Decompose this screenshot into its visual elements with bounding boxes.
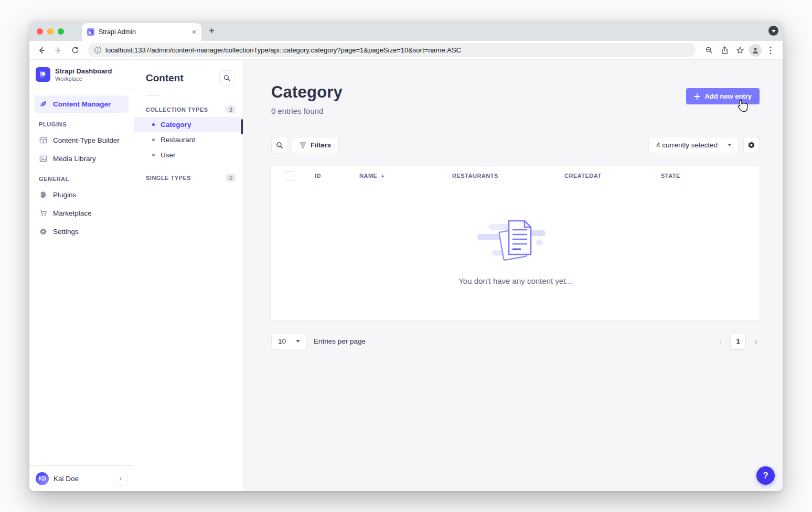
- user-avatar[interactable]: KD: [36, 472, 49, 485]
- workspace-header[interactable]: Strapi Dashboard Workplace: [29, 60, 134, 89]
- empty-state-text: You don't have any content yet...: [458, 276, 572, 285]
- strapi-favicon: [87, 28, 94, 36]
- sidebar-item-label: Marketplace: [53, 209, 92, 217]
- collapse-sidebar-button[interactable]: ‹: [114, 472, 127, 485]
- subnav-divider: [146, 95, 158, 95]
- user-name: Kai Doe: [54, 475, 109, 483]
- browser-toolbar: i localhost:1337/admin/content-manager/c…: [29, 41, 783, 60]
- reload-button[interactable]: [68, 44, 82, 57]
- sidebar-item-content-type-builder[interactable]: Content-Type Builder: [35, 132, 129, 149]
- single-types-header: SINGLE TYPES 0: [134, 171, 243, 185]
- recording-indicator-icon[interactable]: [768, 26, 778, 36]
- bookmark-star-icon[interactable]: [733, 44, 747, 57]
- strapi-app: Strapi Dashboard Workplace Content Manag…: [29, 60, 783, 491]
- select-all-checkbox[interactable]: [285, 171, 294, 180]
- add-new-entry-button[interactable]: Add new entry: [686, 88, 760, 104]
- close-window-button[interactable]: [37, 28, 43, 35]
- cart-icon: [39, 209, 48, 218]
- minimize-window-button[interactable]: [47, 28, 54, 35]
- entries-per-page-label: Entries per page: [314, 337, 366, 345]
- subnav-item-label: Restaurant: [161, 136, 195, 144]
- sidebar-item-settings[interactable]: Settings: [35, 223, 129, 240]
- column-header-createdat[interactable]: CREATEDAT: [564, 173, 661, 179]
- subnav-title: Content: [146, 72, 184, 84]
- subnav-item-label: Category: [161, 121, 191, 129]
- browser-profile-avatar[interactable]: [749, 44, 762, 57]
- toolbar-right-icons: [702, 44, 777, 57]
- window-controls: [29, 28, 70, 41]
- main-sidebar: Strapi Dashboard Workplace Content Manag…: [29, 60, 134, 491]
- table-settings-button[interactable]: [743, 137, 760, 153]
- browser-window: Strapi Admin × + i localhost:1337/admin/…: [29, 21, 783, 491]
- subnav-item-restaurant[interactable]: Restaurant: [134, 132, 243, 147]
- gear-icon: [39, 227, 48, 236]
- single-types-count-badge: 0: [226, 174, 236, 182]
- collection-types-title: COLLECTION TYPES: [146, 106, 208, 113]
- sidebar-item-label: Media Library: [53, 155, 96, 163]
- page-title: Category: [271, 83, 343, 102]
- chevron-down-icon: [296, 340, 300, 343]
- forward-button[interactable]: [51, 44, 65, 57]
- address-bar[interactable]: i localhost:1337/admin/content-manager/c…: [88, 43, 696, 57]
- subnav-item-category[interactable]: Category: [134, 117, 243, 132]
- subnav-item-label: User: [161, 151, 176, 159]
- share-icon[interactable]: [718, 44, 731, 57]
- column-header-state[interactable]: STATE: [661, 173, 760, 179]
- collection-types-count-badge: 3: [226, 106, 236, 113]
- next-page-button[interactable]: ›: [752, 337, 760, 346]
- image-icon: [39, 154, 48, 163]
- sidebar-item-content-manager[interactable]: Content Manager: [35, 95, 129, 113]
- sidebar-item-plugins[interactable]: Plugins: [35, 186, 129, 204]
- single-types-title: SINGLE TYPES: [146, 175, 191, 181]
- sidebar-item-label: Content Manager: [53, 100, 111, 108]
- tab-close-icon[interactable]: ×: [192, 28, 196, 36]
- back-button[interactable]: [35, 44, 48, 57]
- filters-button[interactable]: Filters: [292, 137, 339, 153]
- column-header-id[interactable]: ID: [315, 173, 359, 179]
- entries-table: ID NAME ▲ RESTAURANTS CREATEDAT STATE: [271, 166, 760, 321]
- filter-icon: [300, 142, 306, 148]
- empty-documents-icon: [476, 217, 555, 263]
- pagination-bar: 10 Entries per page ‹ 1 ›: [271, 333, 760, 349]
- entries-count: 0 entries found: [271, 106, 343, 115]
- subnav-scrollbar-thumb[interactable]: [241, 119, 243, 134]
- subnav-item-user[interactable]: User: [134, 147, 243, 163]
- page-size-select[interactable]: 10: [271, 333, 307, 349]
- sidebar-item-media-library[interactable]: Media Library: [35, 150, 129, 167]
- strapi-logo: [36, 67, 50, 82]
- page-number-button[interactable]: 1: [731, 334, 745, 349]
- fields-selected-dropdown[interactable]: 4 currently selected: [648, 137, 739, 153]
- sort-asc-icon: ▲: [380, 174, 384, 178]
- tab-title: Strapi Admin: [99, 28, 188, 36]
- layout-grid-icon: [39, 136, 48, 145]
- sidebar-item-marketplace[interactable]: Marketplace: [35, 205, 129, 222]
- site-info-icon[interactable]: i: [94, 47, 101, 54]
- app-name: Strapi Dashboard: [55, 67, 112, 76]
- new-tab-button[interactable]: +: [201, 25, 222, 41]
- browser-tabstrip: Strapi Admin × +: [29, 21, 783, 41]
- table-header-row: ID NAME ▲ RESTAURANTS CREATEDAT STATE: [271, 166, 760, 186]
- main-content: Category 0 entries found Add new entry F…: [243, 60, 783, 491]
- previous-page-button[interactable]: ‹: [717, 337, 724, 346]
- browser-menu-icon[interactable]: [764, 44, 777, 57]
- entries-search-button[interactable]: [271, 137, 287, 153]
- zoom-window-button[interactable]: [58, 28, 64, 35]
- column-header-name[interactable]: NAME ▲: [359, 173, 452, 179]
- sidebar-section-general: GENERAL: [35, 168, 129, 186]
- puzzle-icon: [39, 190, 48, 199]
- sidebar-item-label: Settings: [53, 228, 79, 236]
- workspace-name: Workplace: [55, 76, 112, 82]
- subnav-search-button[interactable]: [219, 70, 234, 86]
- bullet-icon: [152, 123, 155, 126]
- column-header-restaurants[interactable]: RESTAURANTS: [452, 173, 564, 179]
- workspace-titles: Strapi Dashboard Workplace: [55, 67, 112, 82]
- help-button[interactable]: ?: [756, 466, 775, 485]
- fields-selected-value: 4 currently selected: [656, 141, 718, 149]
- url-text: localhost:1337/admin/content-manager/col…: [105, 46, 461, 54]
- pen-icon: [39, 100, 48, 109]
- bullet-icon: [152, 138, 155, 141]
- browser-tab-strapi-admin[interactable]: Strapi Admin ×: [82, 23, 201, 41]
- zoom-search-icon[interactable]: [702, 44, 715, 57]
- sidebar-item-label: Plugins: [53, 191, 76, 199]
- chevron-down-icon: [728, 144, 732, 146]
